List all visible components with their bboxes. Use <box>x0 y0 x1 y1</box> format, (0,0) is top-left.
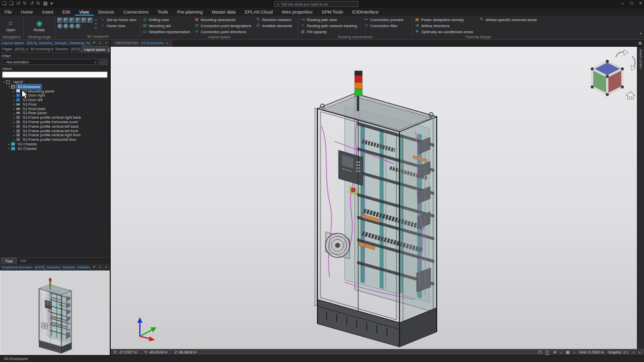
tree-item-frame-profile[interactable]: ▸ S1:Frame profile vertical right back <box>0 115 110 120</box>
connection-point-designations-button[interactable]: ⊡ Connection point designations <box>192 23 254 29</box>
panel-close-icon[interactable]: × <box>104 41 108 45</box>
fill-capacity-button[interactable]: ▥ Fill capacity <box>298 29 362 35</box>
viewpoint-more-icon[interactable]: ▾ <box>94 26 98 29</box>
menu-tools[interactable]: Tools <box>153 8 173 16</box>
expand-arrow-icon[interactable]: ▸ <box>12 129 16 132</box>
panel-close-icon[interactable]: × <box>104 265 108 269</box>
expand-arrow-icon[interactable]: ▸ <box>12 94 16 97</box>
tree-item-frame-profile[interactable]: ▸ S1:Frame profile horizontal floor <box>0 137 110 142</box>
tree-item-rear-panel[interactable]: ▸ S1:Rear panel <box>0 111 110 116</box>
graphical-preview-canvas[interactable] <box>0 270 110 355</box>
simplified-representation-button[interactable]: ▭ Simplified representation <box>140 29 192 35</box>
expand-arrow-icon[interactable]: ▸ <box>12 89 16 93</box>
menu-pre-planning[interactable]: Pre-planning <box>173 8 207 16</box>
expand-arrow-icon[interactable]: ▸ <box>12 134 16 137</box>
maximize-button[interactable]: □ <box>630 1 633 6</box>
tree-item-roof-plate[interactable]: ▸ S1:Roof plate <box>0 107 110 111</box>
tree-item-floor[interactable]: ▸ S1:Floor <box>0 102 110 107</box>
tab-tree[interactable]: Tree <box>1 258 17 264</box>
connection-preview-button[interactable]: ⊷ Connection preview <box>362 17 412 23</box>
revision-markers-button[interactable]: ✎ Revision markers <box>254 17 298 23</box>
coordinate-system-icon[interactable]: ⊕ <box>553 350 556 354</box>
pin-icon[interactable]: ⊥ <box>98 41 102 45</box>
routing-path-network-tracking-button[interactable]: ≈ Routing path network tracking <box>298 23 362 29</box>
expand-arrow-icon[interactable]: ▸ <box>12 103 16 106</box>
value-input[interactable] <box>2 71 108 78</box>
expand-arrow-icon[interactable]: ▸ <box>7 143 11 146</box>
tree-item-chassis[interactable]: ▸ S1:Chassis <box>0 142 110 146</box>
menu-edit[interactable]: Edit <box>58 8 75 16</box>
tree-item-mcp[interactable]: ▾ +MCP <box>0 80 110 84</box>
optimally-air-conditioned-areas-button[interactable]: ❄ Optimally air-conditioned areas <box>413 29 477 35</box>
insert-center-panel-tab[interactable]: Insert center <box>637 47 644 349</box>
collapse-arrow-icon[interactable]: ▾ <box>7 85 11 88</box>
connection-point-directions-button[interactable]: ↳ Connection point directions <box>192 29 254 35</box>
menu-devices[interactable]: Devices <box>94 8 119 16</box>
mounting-clearances-button[interactable]: ▣ Mounting clearances <box>192 17 254 23</box>
tab-3d-mounting-layout[interactable]: 3D mounting lay... <box>28 46 53 52</box>
menu-wire-properties[interactable]: Wire properties <box>277 8 317 16</box>
document-restore-icon[interactable]: ▣ <box>638 41 642 45</box>
power-dissipation-density-button[interactable]: ▦ Power dissipation density <box>413 17 477 23</box>
minimize-button[interactable]: – <box>621 1 624 6</box>
ribbon-collapse-icon[interactable]: ▴ <box>639 31 641 35</box>
viewpoint-scroll-up-icon[interactable]: ▴ <box>94 18 98 21</box>
connection-filter-button[interactable]: ▽ Connection filter <box>362 23 412 29</box>
object-snap-icon[interactable]: ⋂ <box>546 350 549 355</box>
routing-path-view-button[interactable]: ↝ Routing path view <box>298 17 362 23</box>
tree-item-enclosure[interactable]: ▾ S1:Enclosure <box>0 84 110 89</box>
tree-item-door-right[interactable]: ▸ S1:Door right <box>0 93 110 98</box>
tree-item-mounting-panel[interactable]: ▸ S1:Mounting panel <box>0 89 110 94</box>
grid-icon[interactable]: ▦ <box>566 350 570 354</box>
menu-view[interactable]: View <box>75 8 94 16</box>
command-search[interactable]: ☼ <box>274 1 358 7</box>
viewpoint-cube-icon[interactable] <box>88 18 93 23</box>
viewpoint-cube-icon[interactable] <box>57 18 62 23</box>
tree-item-chassis[interactable]: ▸ S1:Chassis <box>0 146 110 151</box>
menu-insert[interactable]: Insert <box>38 8 58 16</box>
menu-eplan-cloud[interactable]: EPLAN Cloud <box>240 8 278 16</box>
invisible-elements-button[interactable]: ∅ Invisible elements <box>254 23 298 29</box>
viewpoint-cube-icon[interactable] <box>75 18 80 23</box>
search-input[interactable] <box>281 2 356 7</box>
tab-close-icon[interactable]: × <box>166 41 169 45</box>
drilling-view-button[interactable]: ◎ Drilling view <box>140 17 192 23</box>
enclosure-3d-model[interactable] <box>314 65 447 348</box>
menu-home[interactable]: Home <box>17 8 38 16</box>
document-tab[interactable]: +MCP&SCH/1 S1:Enclosure × <box>111 40 172 47</box>
tab-devices[interactable]: Devices - [EES]_In... <box>53 46 82 52</box>
menu-file[interactable]: File <box>0 8 17 16</box>
expand-arrow-icon[interactable]: ▸ <box>12 99 16 102</box>
mounting-aid-button[interactable]: ▤ Mounting aid <box>140 23 192 29</box>
open-navigator-button[interactable]: ⌗ Open <box>0 17 21 35</box>
tab-list[interactable]: List <box>17 258 30 264</box>
3d-canvas[interactable]: Insert center <box>111 47 644 349</box>
set-as-home-view-button[interactable]: ⌂ Set as home view <box>98 17 138 23</box>
viewpoint-corner-icon[interactable] <box>57 24 62 29</box>
viewpoint-cube-icon[interactable] <box>63 18 68 23</box>
tree-item-frame-profile[interactable]: ▸ S1:Frame profile vertical left back <box>0 124 110 129</box>
filter-dropdown[interactable]: - Not activated - ▾ <box>2 59 98 65</box>
viewpoint-cube-icon[interactable] <box>82 18 87 23</box>
tree-item-door-left[interactable]: ▸ S1:Door left <box>0 98 110 102</box>
expand-arrow-icon[interactable]: ▸ <box>12 112 16 115</box>
menu-master-data[interactable]: Master data <box>207 8 240 16</box>
rotate-button[interactable]: ◉ Rotate <box>29 17 50 35</box>
chevron-down-icon[interactable]: ▾ <box>560 351 562 354</box>
expand-arrow-icon[interactable]: ▸ <box>7 147 11 150</box>
panel-menu-icon[interactable]: ▾ <box>92 41 96 45</box>
close-button[interactable]: × <box>639 1 642 6</box>
zoom-in-icon[interactable]: ⌕ <box>632 350 634 355</box>
expand-arrow-icon[interactable]: ▸ <box>12 138 16 141</box>
tree-item-frame-profile[interactable]: ▸ S1:Frame profile vertical right front <box>0 133 110 138</box>
tree-item-frame-profile[interactable]: ▸ S1:Frame profile horizontal cover <box>0 120 110 124</box>
expand-arrow-icon[interactable]: ▸ <box>12 121 16 124</box>
expand-arrow-icon[interactable]: ▸ <box>12 125 16 128</box>
tab-layout-space[interactable]: Layout space - [E... <box>82 46 110 52</box>
filter-browse-button[interactable]: … <box>100 59 108 65</box>
panel-menu-icon[interactable]: ▾ <box>92 265 96 269</box>
viewpoint-corner-icon[interactable] <box>63 24 68 29</box>
menu-spm-tools[interactable]: SPM Tools <box>317 8 348 16</box>
viewpoint-corner-icon[interactable] <box>69 24 74 29</box>
viewpoint-cube-icon[interactable] <box>69 18 74 23</box>
